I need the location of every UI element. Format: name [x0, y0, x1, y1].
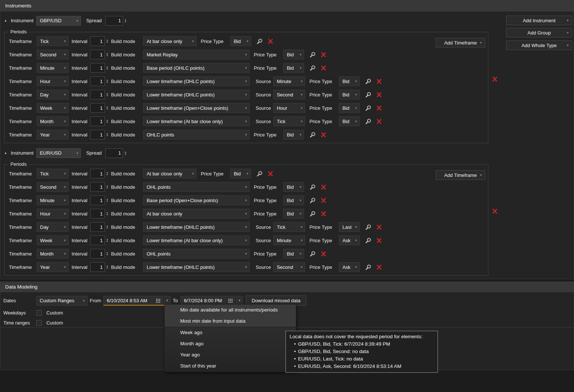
interval-stepper[interactable]: 1 ▲▼ — [90, 262, 108, 272]
stepper-arrows-icon[interactable]: ▲▼ — [106, 211, 108, 216]
stepper-arrows-icon[interactable]: ▲▼ — [106, 66, 108, 70]
timeframe-select[interactable]: Second▼ — [37, 50, 69, 59]
magnifier-icon[interactable] — [365, 264, 372, 270]
delete-row-icon[interactable] — [267, 171, 274, 177]
timeframe-select[interactable]: Month▼ — [37, 116, 69, 126]
price-type-select[interactable]: Bid▼ — [339, 116, 360, 126]
stepper-arrows-icon[interactable]: ▲▼ — [106, 79, 108, 83]
magnifier-icon[interactable] — [365, 105, 372, 111]
source-select[interactable]: Minute▼ — [273, 76, 305, 86]
price-type-select[interactable]: Bid▼ — [339, 90, 360, 99]
stepper-arrows-icon[interactable]: ▲▼ — [106, 265, 108, 269]
interval-stepper[interactable]: 1 ▲▼ — [90, 182, 108, 192]
price-type-select[interactable]: Bid▼ — [283, 209, 304, 218]
build-mode-select[interactable]: Base period (OHLC points)▼ — [143, 63, 250, 73]
magnifier-icon[interactable] — [309, 52, 316, 58]
timeframe-select[interactable]: Minute▼ — [37, 63, 69, 73]
collapse-icon[interactable]: ▲ — [4, 19, 10, 22]
stepper-arrows-icon[interactable]: ▲▼ — [106, 185, 108, 189]
price-type-select[interactable]: Ask▼ — [339, 262, 360, 272]
menu-item[interactable]: Month ago — [165, 338, 296, 349]
timeframe-select[interactable]: Tick▼ — [37, 169, 69, 178]
timeframe-select[interactable]: Hour▼ — [37, 209, 69, 218]
timeframe-select[interactable]: Tick▼ — [37, 36, 69, 46]
menu-item[interactable]: Week ago — [165, 327, 296, 338]
time-ranges-custom-checkbox[interactable] — [36, 320, 42, 326]
delete-row-icon[interactable] — [376, 237, 382, 244]
build-mode-select[interactable]: OHL points▼ — [143, 249, 250, 258]
magnifier-icon[interactable] — [256, 171, 263, 177]
interval-stepper[interactable]: 1 ▲▼ — [90, 50, 108, 59]
menu-item[interactable]: Most min date from input data — [165, 316, 296, 327]
delete-row-icon[interactable] — [320, 52, 327, 58]
add-timeframe-button[interactable]: Add Timeframe ▼ — [436, 170, 485, 180]
stepper-arrows-icon[interactable]: ▲▼ — [106, 106, 108, 110]
source-select[interactable]: Tick▼ — [273, 222, 305, 232]
interval-stepper[interactable]: 1 ▲▼ — [90, 209, 108, 218]
build-mode-select[interactable]: Market Replay▼ — [143, 50, 250, 59]
price-type-select[interactable]: Bid▼ — [283, 182, 304, 192]
magnifier-icon[interactable] — [365, 118, 372, 125]
interval-stepper[interactable]: 1 ▲▼ — [90, 116, 108, 126]
timeframe-select[interactable]: Week▼ — [37, 235, 69, 245]
interval-stepper[interactable]: 1 ▲▼ — [90, 63, 108, 73]
add-instrument-button[interactable]: Add Instrument ▼ — [506, 16, 572, 25]
add-whole-type-button[interactable]: Add Whole Type ▼ — [506, 40, 572, 50]
interval-stepper[interactable]: 1 ▲▼ — [90, 235, 108, 245]
spread-stepper[interactable]: 1 ▲▼ — [105, 16, 126, 26]
build-mode-select[interactable]: Lower timeframe (OHLC points)▼ — [143, 262, 250, 272]
delete-row-icon[interactable] — [320, 197, 327, 204]
interval-stepper[interactable]: 1 ▲▼ — [90, 76, 108, 86]
price-type-select[interactable]: Bid▼ — [230, 169, 251, 178]
calendar-grid-icon[interactable] — [228, 299, 232, 303]
delete-row-icon[interactable] — [320, 132, 327, 138]
delete-row-icon[interactable] — [320, 65, 327, 71]
stepper-arrows-icon[interactable]: ▲▼ — [124, 151, 126, 155]
price-type-select[interactable]: Bid▼ — [339, 103, 360, 113]
delete-instrument-icon[interactable] — [492, 76, 498, 82]
price-type-select[interactable]: Bid▼ — [283, 50, 304, 59]
stepper-arrows-icon[interactable]: ▲▼ — [106, 225, 108, 229]
delete-row-icon[interactable] — [376, 105, 382, 111]
delete-instrument-icon[interactable] — [492, 208, 498, 214]
menu-item[interactable]: Year ago — [165, 349, 296, 360]
add-group-button[interactable]: Add Group ▼ — [506, 28, 572, 37]
interval-stepper[interactable]: 1 ▲▼ — [90, 130, 108, 139]
source-select[interactable]: Second▼ — [273, 90, 305, 99]
source-select[interactable]: Tick▼ — [273, 116, 305, 126]
timeframe-select[interactable]: Year▼ — [37, 130, 69, 139]
timeframe-select[interactable]: Month▼ — [37, 249, 69, 258]
price-type-select[interactable]: Bid▼ — [230, 36, 251, 46]
build-mode-select[interactable]: Lower timeframe (At bar close only)▼ — [143, 235, 250, 245]
source-select[interactable]: Hour▼ — [273, 103, 305, 113]
build-mode-select[interactable]: Lower timeframe (Open+Close points)▼ — [143, 103, 250, 113]
magnifier-icon[interactable] — [309, 211, 316, 217]
stepper-arrows-icon[interactable]: ▲▼ — [106, 92, 108, 97]
source-select[interactable]: Second▼ — [273, 262, 305, 272]
spread-stepper[interactable]: 1 ▲▼ — [105, 148, 126, 158]
dates-mode-select[interactable]: Custom Ranges ▼ — [36, 296, 88, 306]
magnifier-icon[interactable] — [309, 132, 316, 138]
stepper-arrows-icon[interactable]: ▲▼ — [124, 19, 126, 23]
timeframe-select[interactable]: Day▼ — [37, 90, 69, 99]
magnifier-icon[interactable] — [309, 197, 316, 204]
price-type-select[interactable]: Ask▼ — [339, 235, 360, 245]
stepper-arrows-icon[interactable]: ▲▼ — [106, 251, 108, 256]
stepper-arrows-icon[interactable]: ▲▼ — [106, 119, 108, 123]
price-type-select[interactable]: Bid▼ — [339, 76, 360, 86]
delete-row-icon[interactable] — [376, 118, 382, 125]
build-mode-select[interactable]: Base period (Open+Close points)▼ — [143, 195, 250, 205]
stepper-arrows-icon[interactable]: ▲▼ — [106, 132, 108, 137]
price-type-select[interactable]: Last▼ — [339, 222, 360, 232]
build-mode-select[interactable]: Lower timeframe (OHLC points)▼ — [143, 222, 250, 232]
delete-row-icon[interactable] — [376, 264, 382, 270]
magnifier-icon[interactable] — [365, 224, 372, 230]
interval-stepper[interactable]: 1 ▲▼ — [90, 222, 108, 232]
timeframe-select[interactable]: Week▼ — [37, 103, 69, 113]
stepper-arrows-icon[interactable]: ▲▼ — [106, 39, 108, 43]
interval-stepper[interactable]: 1 ▲▼ — [90, 36, 108, 46]
interval-stepper[interactable]: 1 ▲▼ — [90, 195, 108, 205]
stepper-arrows-icon[interactable]: ▲▼ — [106, 52, 108, 57]
from-date-input[interactable]: 6/10/2024 8:53 AM — [103, 296, 163, 306]
build-mode-select[interactable]: At bar close only▼ — [143, 209, 250, 218]
